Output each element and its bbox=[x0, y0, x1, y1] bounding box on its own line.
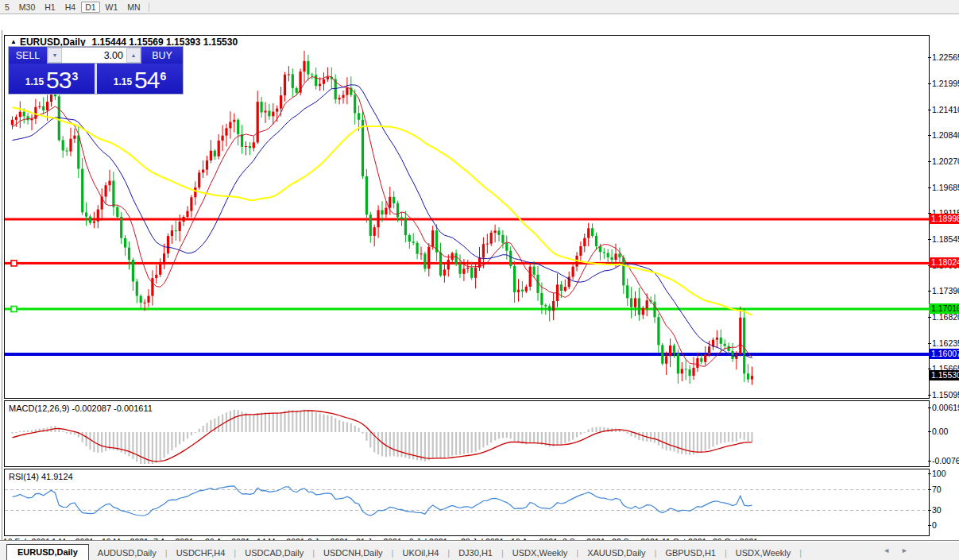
chart-tab-usdx-weekly[interactable]: USDX,Weekly bbox=[727, 546, 799, 560]
axis-tick-mark bbox=[928, 135, 931, 136]
axis-tick-mark bbox=[928, 407, 931, 408]
price-axis-label: 1.20270 bbox=[932, 156, 959, 166]
chart-tab-dj30-h1[interactable]: DJ30,H1 bbox=[450, 546, 501, 560]
axis-tick-mark bbox=[928, 187, 931, 188]
price-axis-label: 1.21410 bbox=[932, 105, 959, 114]
rsi-pane[interactable]: RSI(14) 41.9124 bbox=[4, 469, 930, 536]
axis-tick-mark bbox=[928, 291, 931, 292]
price-axis-label: 1.16235 bbox=[932, 338, 959, 348]
price-axis-label: 1.17390 bbox=[932, 286, 959, 295]
collapse-triangle-icon[interactable]: ▲ bbox=[10, 38, 17, 45]
ask-price-prefix: 1.15 bbox=[114, 71, 132, 92]
macd-axis-label: 0.00 bbox=[932, 427, 948, 436]
macd-pane[interactable]: MACD(12,26,9) -0.002087 -0.001611 bbox=[4, 400, 930, 467]
buy-button[interactable]: BUY bbox=[141, 47, 183, 64]
timeframe-button-h1[interactable]: H1 bbox=[41, 2, 59, 13]
chart-tab-usdcad-daily[interactable]: USDCAD,Daily bbox=[236, 546, 312, 560]
tab-separator: | bbox=[799, 548, 802, 560]
price-axis-label: 1.15095 bbox=[932, 390, 959, 400]
rsi-axis-label: 0 bbox=[932, 520, 937, 530]
rsi-plot bbox=[5, 469, 929, 535]
ask-price-pipette: 6 bbox=[160, 71, 166, 81]
axis-tick-mark bbox=[928, 369, 931, 369]
chart-tab-audusd-daily[interactable]: AUDUSD,Daily bbox=[89, 546, 165, 560]
bid-price-main: 53 bbox=[46, 68, 71, 92]
rsi-axis-label: 70 bbox=[932, 485, 942, 494]
chart-tab-usdcnh-daily[interactable]: USDCNH,Daily bbox=[315, 546, 392, 560]
price-axis-label: 1.20840 bbox=[932, 130, 959, 140]
axis-tick-mark bbox=[928, 473, 931, 474]
ask-price-box[interactable]: 1.15 54 6 bbox=[97, 64, 183, 94]
rsi-label: RSI(14) 41.9124 bbox=[9, 472, 73, 481]
axis-tick-mark bbox=[928, 525, 931, 526]
axis-tick-mark bbox=[928, 461, 931, 462]
line-price-badge: 1.18024 bbox=[929, 257, 959, 268]
axis-tick-mark bbox=[928, 317, 931, 318]
rsi-axis-label: 30 bbox=[932, 505, 942, 515]
price-axis-label: 1.18545 bbox=[932, 234, 959, 244]
macd-axis-label: 0.006193 bbox=[932, 403, 959, 412]
line-price-badge: 1.17010 bbox=[929, 303, 959, 314]
ask-price-main: 54 bbox=[134, 68, 159, 92]
bid-price-pipette: 3 bbox=[72, 71, 78, 81]
volume-increase-button[interactable]: ▲ bbox=[126, 48, 141, 63]
chart-tab-gbpusd-h1[interactable]: GBPUSD,H1 bbox=[656, 546, 725, 560]
chart-tab-usdchf-h4[interactable]: USDCHF,H4 bbox=[168, 546, 234, 560]
axis-tick-mark bbox=[928, 57, 931, 58]
axis-tick-mark bbox=[928, 489, 931, 490]
line-price-badge: 1.16007 bbox=[929, 349, 959, 359]
chart-tab-usdx-weekly[interactable]: USDX,Weekly bbox=[504, 546, 576, 560]
timeframe-button-d1[interactable]: D1 bbox=[81, 2, 99, 13]
current-price-badge: 1.15530 bbox=[929, 370, 959, 380]
axis-tick-mark bbox=[928, 343, 931, 344]
tab-scroll-arrows: ◄► bbox=[883, 546, 919, 554]
axis-tick-mark bbox=[928, 83, 931, 84]
timeframe-button-m30[interactable]: M30 bbox=[15, 2, 39, 13]
rsi-axis-label: 100 bbox=[932, 469, 946, 478]
axis-tick-mark bbox=[928, 161, 931, 162]
bid-price-box[interactable]: 1.15 53 3 bbox=[9, 64, 95, 94]
line-price-badge: 1.18998 bbox=[929, 214, 959, 224]
macd-axis-label: -0.00762 bbox=[932, 456, 959, 465]
timeframe-button-w1[interactable]: W1 bbox=[102, 2, 122, 13]
chart-window: ▲EURUSD,Daily1.15444 1.15569 1.15393 1.1… bbox=[0, 14, 959, 539]
chart-tab-ukoil-h4[interactable]: UKOil,H4 bbox=[393, 546, 447, 560]
window-edge bbox=[2, 30, 2, 552]
macd-label: MACD(12,26,9) -0.002087 -0.001611 bbox=[9, 404, 153, 413]
mt4-window: 5M30H1H4D1W1MN ▲EURUSD,Daily1.15444 1.15… bbox=[0, 0, 959, 560]
price-axis-label: 1.22565 bbox=[932, 52, 959, 62]
chart-tab-eurusd-daily[interactable]: EURUSD,Daily bbox=[6, 544, 89, 560]
timeframe-button-5[interactable]: 5 bbox=[1, 2, 14, 13]
timeframe-button-h4[interactable]: H4 bbox=[61, 2, 79, 13]
volume-input[interactable] bbox=[62, 48, 126, 63]
chart-tab-bar: EURUSD,DailyAUDUSD,Daily|USDCHF,H4|USDCA… bbox=[0, 540, 959, 560]
axis-tick-mark bbox=[928, 395, 931, 396]
tab-scroll-right-icon[interactable]: ► bbox=[901, 546, 919, 554]
volume-decrease-button[interactable]: ▼ bbox=[48, 48, 62, 63]
volume-box: ▼ ▲ bbox=[47, 47, 141, 64]
toolbar-separator bbox=[149, 2, 149, 12]
price-axis-label: 1.19685 bbox=[932, 183, 959, 192]
one-click-trading-widget: SELL ▼ ▲ BUY 1.15 53 3 1.15 54 6 bbox=[8, 46, 184, 95]
axis-tick-mark bbox=[928, 431, 931, 432]
timeframe-button-mn[interactable]: MN bbox=[123, 2, 144, 13]
bid-price-prefix: 1.15 bbox=[25, 71, 44, 92]
chart-tab-xauusd-daily[interactable]: XAUUSD,Daily bbox=[578, 546, 654, 560]
sell-button[interactable]: SELL bbox=[9, 47, 47, 64]
axis-tick-mark bbox=[928, 239, 931, 240]
tab-scroll-left-icon[interactable]: ◄ bbox=[883, 546, 901, 554]
price-axis-label: 1.21995 bbox=[932, 79, 959, 88]
axis-tick-mark bbox=[928, 110, 931, 110]
timeframe-toolbar: 5M30H1H4D1W1MN bbox=[0, 0, 959, 14]
axis-tick-mark bbox=[928, 510, 931, 511]
